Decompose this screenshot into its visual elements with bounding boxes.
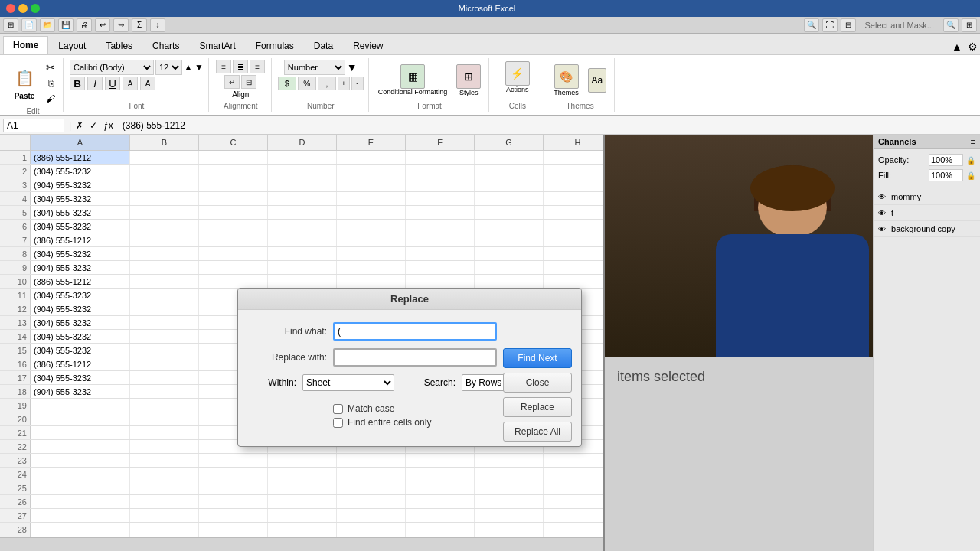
cell-a17[interactable]: (304) 555-3232 [31,371,130,384]
cell-h28[interactable] [544,523,603,536]
table-row[interactable]: 7(386) 555-1212 [0,233,603,247]
actions-btn[interactable]: ⚡ Actions [502,60,533,95]
cell-a5[interactable]: (304) 555-3232 [31,206,130,219]
tab-tables[interactable]: Tables [96,37,142,54]
cell-f27[interactable] [406,509,475,522]
close-btn[interactable]: Close [503,373,572,393]
cell-d8[interactable] [268,247,337,260]
cell-c3[interactable] [199,178,268,191]
cell-a22[interactable] [31,440,130,453]
cut-btn[interactable]: ✂ [43,60,58,75]
table-row[interactable]: 10(386) 555-1212 [0,275,603,289]
cell-d1[interactable] [268,151,337,164]
cell-b28[interactable] [130,523,199,536]
cell-h9[interactable] [544,261,603,274]
align-right-btn[interactable]: ≡ [250,60,265,73]
cell-b22[interactable] [130,440,199,453]
cell-e27[interactable] [337,509,406,522]
tab-data[interactable]: Data [304,37,343,54]
cell-b21[interactable] [130,426,199,439]
cell-e25[interactable] [337,481,406,494]
cell-f23[interactable] [406,454,475,467]
open-btn[interactable]: 📂 [40,18,55,32]
find-entire-cells-checkbox[interactable] [333,418,343,428]
match-case-checkbox[interactable] [333,404,343,414]
sort-btn[interactable]: ↕ [150,18,165,32]
layer-item-t[interactable]: 👁 t [874,205,980,221]
table-row[interactable]: 9(904) 555-3232 [0,261,603,275]
save-btn[interactable]: 💾 [58,18,74,32]
cell-f26[interactable] [406,495,475,508]
cell-b5[interactable] [130,206,199,219]
underline-btn[interactable]: U [105,77,120,90]
cell-b8[interactable] [130,247,199,260]
new-btn[interactable]: 📄 [21,18,37,32]
search-toolbar-icon[interactable]: 🔍 [943,18,959,32]
cell-b11[interactable] [130,289,199,302]
table-row[interactable]: 5(304) 555-3232 [0,206,603,220]
cell-c1[interactable] [199,151,268,164]
cell-a1[interactable]: (386) 555-1212 [31,151,130,164]
cell-h6[interactable] [544,220,603,233]
cell-g27[interactable] [475,509,544,522]
font-color-btn[interactable]: A [140,77,155,90]
cell-f9[interactable] [406,261,475,274]
cell-b20[interactable] [130,412,199,425]
layout-toggle-btn[interactable]: ⊞ [962,18,977,32]
cell-c28[interactable] [199,523,268,536]
italic-btn[interactable]: I [87,77,103,90]
cell-h24[interactable] [544,468,603,481]
table-row[interactable]: 25 [0,481,603,495]
cell-g7[interactable] [475,233,544,246]
cell-c2[interactable] [199,165,268,178]
cell-b1[interactable] [130,151,199,164]
cell-d6[interactable] [268,220,337,233]
cell-g28[interactable] [475,523,544,536]
cell-e5[interactable] [337,206,406,219]
cell-a20[interactable] [31,412,130,425]
cell-g26[interactable] [475,495,544,508]
cell-g24[interactable] [475,468,544,481]
close-btn[interactable] [6,4,15,13]
fill-input[interactable] [929,169,963,181]
cell-h3[interactable] [544,178,603,191]
cell-h23[interactable] [544,454,603,467]
cell-h7[interactable] [544,233,603,246]
cell-e3[interactable] [337,178,406,191]
cell-f7[interactable] [406,233,475,246]
cell-f2[interactable] [406,165,475,178]
cell-h26[interactable] [544,495,603,508]
cell-a11[interactable]: (304) 555-3232 [31,289,130,302]
cell-h10[interactable] [544,275,603,288]
tab-smartart[interactable]: SmartArt [189,37,245,54]
merge-btn[interactable]: ⊟ [241,75,256,89]
cell-c7[interactable] [199,233,268,246]
replace-with-input[interactable] [333,348,497,367]
cell-d25[interactable] [268,481,337,494]
fullscreen-btn[interactable]: ⛶ [822,18,838,32]
cell-e7[interactable] [337,233,406,246]
ribbon-collapse-btn[interactable]: ▲ [949,39,965,54]
cell-g8[interactable] [475,247,544,260]
table-row[interactable]: 4(304) 555-3232 [0,192,603,206]
cell-d23[interactable] [268,454,337,467]
table-row[interactable]: 26 [0,495,603,509]
table-row[interactable]: 8(304) 555-3232 [0,247,603,261]
opacity-lock-icon[interactable]: 🔒 [966,156,975,165]
cell-d9[interactable] [268,261,337,274]
format-painter-btn[interactable]: 🖌 [43,92,58,106]
table-row[interactable]: 24 [0,468,603,481]
cell-a3[interactable]: (904) 555-3232 [31,178,130,191]
percent-btn[interactable]: % [298,77,316,90]
cell-a26[interactable] [31,495,130,508]
table-row[interactable]: 1(386) 555-1212 [0,151,603,165]
cell-a25[interactable] [31,481,130,494]
font-size-down-btn[interactable]: ▼ [194,62,204,73]
cell-e23[interactable] [337,454,406,467]
cell-b14[interactable] [130,330,199,343]
cell-a8[interactable]: (304) 555-3232 [31,247,130,260]
conditional-formatting-btn[interactable]: ▦ Conditional Formatting [375,63,451,98]
cell-f4[interactable] [406,192,475,205]
cell-f8[interactable] [406,247,475,260]
cell-b23[interactable] [130,454,199,467]
